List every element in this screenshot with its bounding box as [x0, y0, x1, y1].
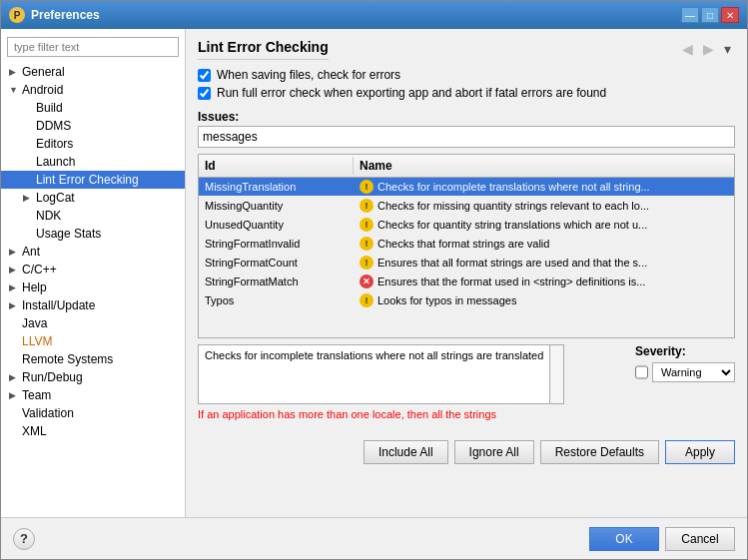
sidebar-item-xml[interactable]: XML	[1, 422, 185, 440]
table-header: Id Name	[199, 155, 734, 178]
arrow-icon: ▶	[9, 67, 19, 77]
cancel-button[interactable]: Cancel	[665, 527, 735, 551]
sidebar-item-label: XML	[22, 424, 47, 438]
back-button[interactable]: ◀	[678, 39, 697, 59]
sidebar-item-label: Launch	[36, 155, 75, 169]
include-all-button[interactable]: Include All	[364, 440, 448, 464]
sidebar-item-android[interactable]: ▼ Android	[1, 81, 185, 99]
minimize-button[interactable]: —	[681, 7, 699, 23]
sidebar-item-install-update[interactable]: ▶ Install/Update	[1, 296, 185, 314]
dropdown-button[interactable]: ▾	[720, 39, 735, 59]
cell-name: ! Checks that format strings are valid	[354, 235, 734, 253]
table-row[interactable]: StringFormatCount ! Ensures that all for…	[199, 254, 734, 273]
sidebar-item-build[interactable]: Build	[1, 99, 185, 117]
sidebar-item-usage-stats[interactable]: Usage Stats	[1, 225, 185, 243]
column-header-id: Id	[199, 157, 354, 175]
ignore-all-button[interactable]: Ignore All	[454, 440, 534, 464]
sidebar-item-general[interactable]: ▶ General	[1, 63, 185, 81]
warning-icon: !	[360, 199, 374, 213]
arrow-icon: ▶	[9, 300, 19, 310]
sidebar-item-cpp[interactable]: ▶ C/C++	[1, 261, 185, 279]
sidebar-item-ndk[interactable]: NDK	[1, 207, 185, 225]
cell-name: ! Checks for quantity string translation…	[354, 216, 734, 234]
cell-name: ✕ Ensures that the format used in <strin…	[354, 273, 734, 290]
arrow-icon: ▶	[9, 282, 19, 292]
arrow-icon: ▶	[9, 372, 19, 382]
action-buttons: Include All Ignore All Restore Defaults …	[198, 440, 735, 464]
sidebar-item-label: LLVM	[22, 334, 52, 348]
sidebar-item-validation[interactable]: Validation	[1, 404, 185, 422]
warning-icon: !	[360, 256, 374, 270]
issues-input[interactable]	[198, 126, 735, 148]
cell-name: ! Checks for missing quantity strings re…	[354, 197, 734, 215]
close-button[interactable]: ✕	[721, 7, 739, 23]
table-row[interactable]: MissingQuantity ! Checks for missing qua…	[199, 197, 734, 216]
table-row[interactable]: UnusedQuantity ! Checks for quantity str…	[199, 216, 734, 235]
sidebar-item-label: Usage Stats	[36, 227, 101, 241]
table-row[interactable]: StringFormatInvalid ! Checks that format…	[199, 235, 734, 254]
sidebar-item-remote-systems[interactable]: Remote Systems	[1, 350, 185, 368]
window-title: Preferences	[31, 8, 100, 22]
check-on-save-label: When saving files, check for errors	[217, 68, 400, 82]
severity-checkbox[interactable]	[635, 365, 648, 379]
severity-label: Severity:	[635, 344, 735, 358]
cell-name: ! Looks for typos in messages	[354, 291, 734, 309]
right-panel-header: Lint Error Checking ◀ ▶ ▾	[198, 39, 735, 68]
sidebar-item-label: Ant	[22, 245, 40, 259]
sidebar-item-lint-error-checking[interactable]: Lint Error Checking	[1, 171, 185, 189]
restore-defaults-button[interactable]: Restore Defaults	[540, 440, 659, 464]
description-area: Checks for incomplete translations where…	[198, 344, 735, 434]
sidebar-item-ddms[interactable]: DDMS	[1, 117, 185, 135]
arrow-icon: ▼	[9, 85, 19, 95]
severity-select[interactable]: Warning Error Info Ignore	[652, 362, 735, 382]
sidebar-item-label: Validation	[22, 406, 74, 420]
cell-id: StringFormatCount	[199, 255, 354, 271]
warning-icon: !	[360, 293, 374, 307]
arrow-icon: ▶	[23, 193, 33, 203]
sidebar-item-help[interactable]: ▶ Help	[1, 279, 185, 296]
sidebar-item-run-debug[interactable]: ▶ Run/Debug	[1, 368, 185, 386]
sidebar-item-logcat[interactable]: ▶ LogCat	[1, 189, 185, 207]
ok-button[interactable]: OK	[589, 527, 659, 551]
sidebar-item-label: C/C++	[22, 263, 57, 277]
arrow-icon: ▶	[9, 247, 19, 257]
table-row[interactable]: Typos ! Looks for typos in messages	[199, 291, 734, 310]
cell-id: UnusedQuantity	[199, 217, 354, 233]
cell-id: Typos	[199, 292, 354, 308]
sidebar-item-ant[interactable]: ▶ Ant	[1, 243, 185, 261]
sidebar-item-java[interactable]: Java	[1, 314, 185, 332]
maximize-button[interactable]: □	[701, 7, 719, 23]
forward-button[interactable]: ▶	[699, 39, 718, 59]
description-scrollbar[interactable]	[550, 344, 564, 404]
sidebar-item-label: Remote Systems	[22, 352, 113, 366]
table-row[interactable]: StringFormatMatch ✕ Ensures that the for…	[199, 273, 734, 291]
search-input[interactable]	[7, 37, 179, 57]
checkbox-row-save: When saving files, check for errors	[198, 68, 735, 82]
cell-id: StringFormatInvalid	[199, 236, 354, 252]
sidebar-item-label: Build	[36, 101, 63, 115]
warning-icon: !	[360, 180, 374, 194]
full-check-export-checkbox[interactable]	[198, 87, 211, 100]
footer: ? OK Cancel	[1, 517, 747, 559]
cell-name: ! Checks for incomplete translations whe…	[354, 178, 734, 196]
sidebar-item-llvm[interactable]: LLVM	[1, 332, 185, 350]
arrow-icon: ▶	[9, 390, 19, 400]
sidebar-item-launch[interactable]: Launch	[1, 153, 185, 171]
sidebar-item-label: General	[22, 65, 65, 79]
table-body: MissingTranslation ! Checks for incomple…	[199, 178, 734, 337]
panel-title: Lint Error Checking	[198, 39, 329, 60]
sidebar-item-label: Editors	[36, 137, 73, 151]
check-on-save-checkbox[interactable]	[198, 69, 211, 82]
help-button[interactable]: ?	[13, 528, 35, 550]
sidebar-item-label: Run/Debug	[22, 370, 83, 384]
cell-id: StringFormatMatch	[199, 274, 354, 289]
column-header-name: Name	[354, 157, 734, 175]
sidebar-item-team[interactable]: ▶ Team	[1, 386, 185, 404]
cell-name: ! Ensures that all format strings are us…	[354, 254, 734, 272]
table-row[interactable]: MissingTranslation ! Checks for incomple…	[199, 178, 734, 197]
app-icon: P	[9, 7, 25, 23]
apply-button[interactable]: Apply	[665, 440, 735, 464]
description-text: Checks for incomplete translations where…	[198, 344, 550, 404]
title-bar-left: P Preferences	[9, 7, 100, 23]
sidebar-item-editors[interactable]: Editors	[1, 135, 185, 153]
